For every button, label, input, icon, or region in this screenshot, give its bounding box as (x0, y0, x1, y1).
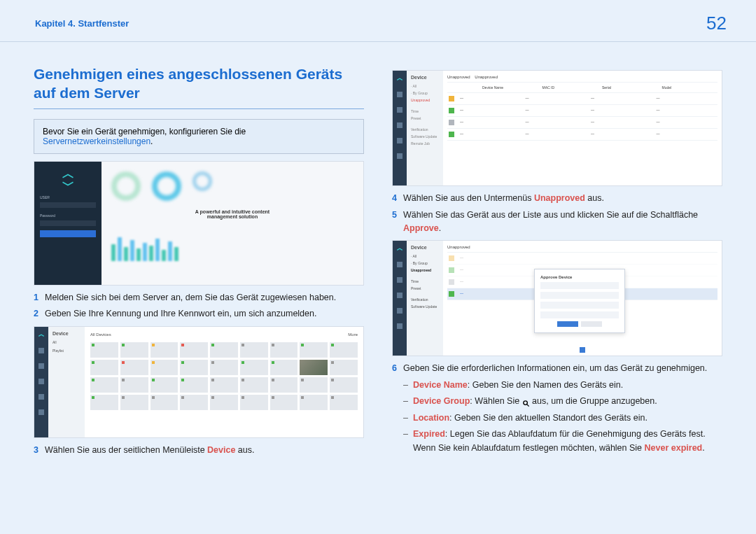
tile[interactable] (270, 377, 298, 393)
list-row[interactable]: ———— (447, 117, 718, 129)
step-num: 5 (392, 209, 403, 235)
rail-item[interactable] (397, 293, 402, 298)
password-input[interactable] (40, 220, 96, 226)
tile[interactable] (120, 342, 148, 358)
tile[interactable] (240, 360, 268, 375)
figure-unapproved-list: Device · All · By Group Unapproved Time … (392, 70, 722, 186)
tile-thumbnail[interactable] (300, 360, 328, 375)
rail-item[interactable] (38, 348, 44, 353)
chapter-title: Kapitel 4. Startfenster (35, 18, 129, 29)
sidebar-item[interactable]: Preset (411, 286, 439, 290)
list-row[interactable]: — (447, 253, 718, 265)
list-row[interactable]: ———— (447, 129, 718, 141)
tile[interactable] (240, 395, 268, 410)
tile[interactable] (90, 395, 118, 410)
list-row[interactable]: ———— (447, 105, 718, 117)
keyword-unapproved: Unapproved (534, 193, 585, 203)
tile[interactable] (240, 342, 268, 358)
sidebar-item[interactable]: Verification (411, 297, 439, 302)
sidebar-item[interactable]: Time (411, 279, 439, 283)
tile[interactable] (180, 395, 208, 410)
username-input[interactable] (40, 202, 96, 208)
rail-item[interactable] (397, 92, 402, 97)
tile[interactable] (210, 395, 238, 410)
sidebar-item-unapproved[interactable]: Unapproved (411, 268, 439, 272)
tile[interactable] (150, 395, 178, 410)
modal-field-device-name[interactable] (540, 282, 619, 289)
dash: – (403, 395, 413, 408)
rail-logo-icon (396, 245, 403, 252)
tab[interactable]: More (348, 332, 358, 337)
sub-text-a: : Wählen Sie (470, 396, 522, 406)
step-2: 2 Geben Sie Ihre Kennung und Ihre Kennwo… (34, 307, 364, 321)
sidebar-item[interactable]: All (52, 340, 80, 344)
tile[interactable] (210, 377, 238, 393)
step-num: 1 (34, 291, 45, 304)
step-6: 6 Geben Sie die erforderlichen Informati… (392, 362, 722, 375)
rail-item[interactable] (397, 122, 402, 128)
tile[interactable] (270, 360, 298, 375)
sidebar-item[interactable]: · All (411, 84, 439, 88)
modal-field-device-group[interactable] (540, 292, 619, 299)
tile[interactable] (330, 360, 358, 375)
tile[interactable] (300, 377, 328, 393)
tile[interactable] (150, 342, 178, 358)
tile[interactable] (330, 395, 358, 410)
list-row[interactable]: ———— (447, 93, 718, 105)
tile[interactable] (90, 360, 118, 375)
server-settings-link[interactable]: Servernetzwerkeinstellungen (43, 136, 150, 146)
tile[interactable] (210, 342, 238, 358)
tile[interactable] (120, 360, 148, 375)
tile[interactable] (240, 377, 268, 393)
rail-item[interactable] (397, 153, 402, 159)
rail-item[interactable] (397, 277, 402, 283)
sidebar-item[interactable]: Playlist (52, 349, 80, 353)
tile[interactable] (210, 360, 238, 375)
rail-item[interactable] (397, 323, 402, 329)
sidebar-item[interactable]: Verification (411, 127, 439, 132)
tile[interactable] (270, 342, 298, 358)
modal-cancel-button[interactable] (581, 321, 602, 327)
tile[interactable] (330, 377, 358, 393)
fig1-caption2: management solution (111, 214, 354, 219)
rail-item[interactable] (397, 107, 402, 113)
nav-rail (393, 241, 407, 356)
rail-item[interactable] (397, 138, 402, 143)
step-text: Geben Sie Ihre Kennung und Ihre Kennwort… (45, 307, 364, 321)
tile[interactable] (120, 395, 148, 410)
tile[interactable] (120, 377, 148, 393)
rail-item[interactable] (38, 409, 44, 415)
sidebar-item[interactable]: · By Group (411, 91, 439, 95)
sidebar-item[interactable]: Preset (411, 116, 439, 120)
tile[interactable] (180, 360, 208, 375)
tile[interactable] (180, 377, 208, 393)
tile[interactable] (270, 395, 298, 410)
sidebar-item-unapproved[interactable]: Unapproved (411, 98, 439, 102)
signin-button[interactable] (40, 230, 96, 237)
sidebar-item[interactable]: Software Update (411, 304, 439, 309)
rail-item[interactable] (38, 379, 44, 384)
rail-item[interactable] (397, 262, 402, 267)
rail-item[interactable] (38, 394, 44, 400)
sidebar-item[interactable]: · All (411, 254, 439, 258)
tile[interactable] (300, 342, 328, 358)
tile[interactable] (90, 377, 118, 393)
modal-field-location[interactable] (540, 302, 619, 309)
tile[interactable] (180, 342, 208, 358)
sidebar-item[interactable]: Time (411, 109, 439, 113)
tile[interactable] (90, 342, 118, 358)
tile[interactable] (150, 360, 178, 375)
tile[interactable] (330, 342, 358, 358)
rail-item[interactable] (397, 308, 402, 314)
t: Wählen Sie aus den Untermenüs (403, 193, 534, 203)
rail-item[interactable] (38, 363, 44, 369)
sub-label: Location (413, 413, 449, 423)
sidebar-item[interactable]: · By Group (411, 261, 439, 265)
modal-field-expired[interactable] (540, 311, 619, 318)
tile[interactable] (150, 377, 178, 393)
sidebar-item[interactable]: Remote Job (411, 141, 439, 146)
modal-ok-button[interactable] (557, 321, 578, 327)
tab[interactable]: All Devices (90, 332, 111, 337)
sidebar-item[interactable]: Software Update (411, 134, 439, 139)
tile[interactable] (300, 395, 328, 410)
